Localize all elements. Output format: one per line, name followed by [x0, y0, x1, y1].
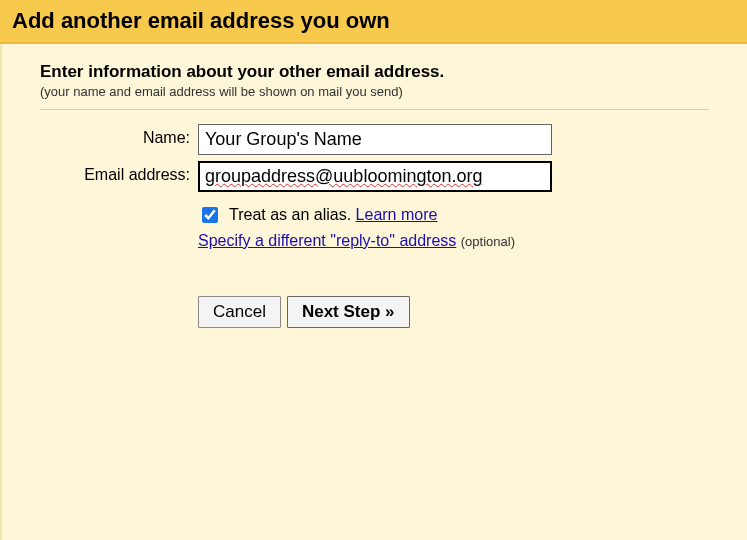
email-row: Email address: groupaddress@uubloomingto…	[40, 161, 709, 192]
button-row: Cancel Next Step »	[198, 296, 709, 328]
name-label: Name:	[40, 124, 198, 147]
name-row: Name:	[40, 124, 709, 155]
alias-text: Treat as an alias.	[229, 206, 351, 223]
dialog-content: Enter information about your other email…	[0, 44, 747, 540]
name-input[interactable]	[198, 124, 552, 155]
intro-title: Enter information about your other email…	[40, 62, 709, 82]
intro-subtitle: (your name and email address will be sho…	[40, 84, 709, 99]
next-step-button[interactable]: Next Step »	[287, 296, 410, 328]
divider	[40, 109, 709, 110]
dialog-title: Add another email address you own	[12, 8, 735, 34]
reply-to-link[interactable]: Specify a different "reply-to" address	[198, 232, 456, 249]
alias-checkbox[interactable]	[202, 207, 218, 223]
cancel-button[interactable]: Cancel	[198, 296, 281, 328]
email-label: Email address:	[40, 161, 198, 184]
learn-more-link[interactable]: Learn more	[356, 206, 438, 223]
alias-row-wrapper: Treat as an alias. Learn more Specify a …	[40, 198, 709, 328]
optional-label: (optional)	[461, 234, 515, 249]
email-input[interactable]: groupaddress@uubloomington.org	[198, 161, 552, 192]
dialog-header: Add another email address you own	[0, 0, 747, 44]
